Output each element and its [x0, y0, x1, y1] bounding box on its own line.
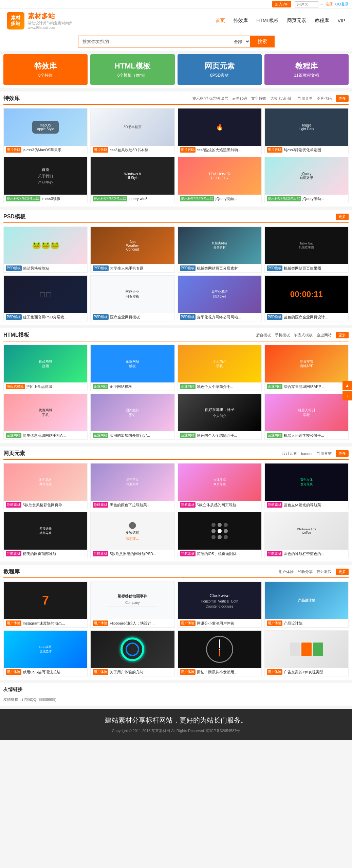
list-item[interactable]: 产品设计院 用户体验 产品设计院 — [264, 581, 349, 628]
effects-tag-3[interactable]: 文字特效 — [251, 96, 266, 101]
list-item[interactable]: 彩色风格网页导航 导航素材 5款欣赏风格彩色网页导... — [3, 463, 88, 509]
list-item[interactable]: 🔥 图片代码 css3酷炫的火焰黑黑剑动... — [178, 108, 262, 154]
web-tag-1[interactable]: 设计元素 — [282, 451, 297, 456]
list-item[interactable]: 鼠标移移动画事件 Company 用户体验 Flipboard创始人：快设计..… — [90, 581, 174, 628]
effects-tag-5[interactable]: 导航菜单 — [298, 96, 313, 101]
qq-login-link[interactable]: |QQ登录 — [334, 2, 349, 7]
list-item[interactable]: 机械类网站分层素材 PSD模板 机械类网站页页分层素材 — [178, 226, 262, 273]
list-item[interactable]: Chillwave LofiCoffee 导航素材 灰色的导航栏带蓝色的... — [264, 512, 349, 558]
effects-tag-4[interactable]: 选项卡/滚动门 — [270, 96, 294, 101]
list-item[interactable]: macOSApple Style 图片代码 js css3仿MacOS苹果系..… — [3, 108, 88, 154]
scroll-top-button[interactable]: ▲ — [342, 381, 352, 390]
login-link[interactable]: 注册 — [326, 2, 333, 7]
list-item[interactable]: 🐸🐸🐸 PSD模板 简洁风格标签站 — [3, 226, 88, 273]
tut-tag-2[interactable]: 经验分享 — [298, 569, 313, 574]
banner-effects-sub: 8个特效 — [38, 73, 53, 78]
list-item[interactable]: 企业网站模板 企业网站 企业网站模板 — [90, 345, 174, 391]
nav-vip[interactable]: VIP — [337, 18, 345, 23]
list-item[interactable]: Clockwise Horizontal Vertical Both Count… — [178, 581, 262, 628]
right-side-buttons: ▲ ↓ — [342, 381, 352, 400]
list-item[interactable]: 用户体验 回忆：腾讯从小发消用... — [178, 630, 262, 676]
list-item[interactable]: 医疗企业网页模板 PSD模板 医疗企业网页模板 — [90, 275, 174, 321]
item-badge: 提示框/浮动层/弹出层 — [6, 196, 40, 201]
search-select[interactable]: 全部 — [230, 36, 250, 47]
effects-tag-6[interactable]: 图片代码 — [317, 96, 332, 101]
list-item[interactable]: 7 用户体验 Instagram速度快的动态... — [3, 581, 88, 628]
html-tag-3[interactable]: 响应式模板 — [294, 333, 313, 338]
web-title: 网页元素 — [3, 450, 25, 457]
list-item[interactable]: AppWeatherConcept PSD模板 大学生人先手机专题 — [90, 226, 174, 273]
list-item[interactable]: jQuery动画效果 提示框/浮动层/弹出层 jQuery滚动... — [264, 157, 349, 203]
list-item[interactable]: 导航素材 简洁的iOS手机页面图标... — [178, 512, 262, 558]
list-item[interactable]: 首页 关于我们 产品中心 提示框/浮动层/弹出层 js css3镜像... — [3, 157, 88, 203]
html-tag-1[interactable]: 后台模板 — [256, 333, 271, 338]
item-label: 图片代码 css3被风吹动3D书本翻... — [91, 146, 174, 154]
list-item[interactable]: 优惠商城手机 企业网站 简单优惠商城网站手机A... — [3, 394, 88, 440]
list-item[interactable]: 国外旅行预订 企业网站 实用的出加国外旅行定... — [90, 394, 174, 440]
list-item[interactable]: ⬤ 多项选择 我想要... 导航素材 5款欣赏质感的网导航PSD... — [90, 512, 174, 558]
psd-more-btn[interactable]: 更多 — [336, 214, 349, 220]
effects-more-btn[interactable]: 更多 — [336, 95, 349, 102]
list-item[interactable]: TEM HOVEREFFECTS 提示框/浮动层/弹出层 jQuery页面... — [178, 157, 262, 203]
html-title: HTML模板 — [3, 332, 29, 339]
nav-home[interactable]: 首页 — [216, 18, 225, 24]
logo-text: 素材多站 帮助设计师节约宝贵时间库 www.98sucai.com — [28, 12, 73, 29]
web-tag-3[interactable]: 导航素材 — [317, 451, 332, 456]
banner-tutorials[interactable]: 教程库 11篇教程文档 — [264, 54, 349, 85]
main-header: 素材多站 素材多站 帮助设计师节约宝贵时间库 www.98sucai.com 首… — [0, 9, 352, 32]
web-more-btn[interactable]: 更多 — [336, 450, 349, 457]
list-item[interactable]: 立体质感网页导航 导航素材 5款立体质感的网页导航... — [178, 463, 262, 509]
effects-tag-1[interactable]: 提示框/浮动层/弹出层 — [192, 96, 228, 101]
list-item[interactable]: 综合零售商城APP 企业网站 综合零售商城网站APP... — [264, 345, 349, 391]
logo-title: 素材多站 — [28, 12, 73, 21]
list-item[interactable]: Table Nav机械效果图 PSD模板 机械类网站页页效果图 — [264, 226, 349, 273]
friend-links-content: 友情链接：(咨询QQ: 88809999) — [3, 697, 349, 702]
search-input[interactable] — [78, 36, 230, 47]
username-input[interactable] — [295, 1, 318, 7]
list-item[interactable]: 食品商城拼团 响应式模板 拼团上食品商城 — [3, 345, 88, 391]
banner-html[interactable]: HTML模板 8个模板（html） — [90, 54, 174, 85]
html-more-btn[interactable]: 更多 — [336, 332, 349, 338]
html-tag-4[interactable]: 企业网站 — [317, 333, 332, 338]
banner-webelements[interactable]: 网页元素 8PSD素材 — [178, 54, 262, 85]
html-tag-2[interactable]: 手机模板 — [275, 333, 290, 338]
effects-tag-2[interactable]: 表单代码 — [232, 96, 247, 101]
banner-effects[interactable]: 特效库 8个特效 — [3, 54, 88, 85]
vip-button[interactable]: 加入VIP — [272, 1, 291, 7]
tut-header: 教程库 用户体验 经验分享 设计教程 更多 — [3, 568, 349, 578]
list-item[interactable]: ToggleLight Dark 图片代码 纯css3筛选优化单选图... — [264, 108, 349, 154]
logo-url: www.98sucai.com — [28, 26, 73, 29]
tut-more-btn[interactable]: 更多 — [336, 569, 349, 575]
list-item[interactable]: 3D书本翻页 图片代码 css3被风吹动3D书本翻... — [90, 108, 174, 154]
list-item[interactable]: 00:00:11 PSD模板 蓝色的医疗企业网页设计... — [264, 275, 349, 321]
list-item[interactable]: 多项选择精美导航 导航素材 精美的网页顶部导航... — [3, 512, 88, 558]
item-text: jQuery滚动... — [302, 196, 324, 201]
nav-effects[interactable]: 特效库 — [234, 18, 248, 24]
list-item[interactable]: 用户体验 广告文案的7种表现类型 — [264, 630, 349, 676]
nav-html[interactable]: HTML模板 — [256, 18, 279, 24]
list-item[interactable]: 用户体验 关于用户体验的几句 — [90, 630, 174, 676]
list-item[interactable]: 黑色下拉导航菜单 导航素材 黑色的颜色下拉导航菜... — [90, 463, 174, 509]
list-item[interactable]: 蓝色立体发光导航 导航素材 蓝色立体发光的导航菜... — [264, 463, 349, 509]
list-item[interactable]: 机器人培训学校 企业网站 机器人培训学校公司手... — [264, 394, 349, 440]
item-badge: 提示框/浮动层/弹出层 — [267, 196, 301, 201]
banner-effects-title: 特效库 — [34, 61, 57, 71]
list-item[interactable]: 你好在哪里，妹子 个人简介 企业网站 黑色的个人个绍简介手... — [178, 394, 262, 440]
logo-icon[interactable]: 素材多站 — [7, 12, 24, 29]
tut-tag-3[interactable]: 设计教程 — [317, 569, 332, 574]
item-badge: 提示框/浮动层/弹出层 — [93, 196, 127, 201]
list-item[interactable]: 扁平化花卉网络公司 PSD模板 扁平化花卉网络公司网站... — [178, 275, 262, 321]
tut-tag-1[interactable]: 用户体验 — [279, 569, 294, 574]
list-item[interactable]: CSS描写语法总结 用户体验 赋用CSS描写语法总结 — [3, 630, 88, 676]
nav-webelements[interactable]: 网页元素 — [287, 18, 306, 24]
list-item[interactable]: Windows 8UI Style 提示框/浮动层/弹出层 jquery win… — [90, 157, 174, 203]
download-button[interactable]: ↓ — [342, 391, 352, 400]
search-box: 全部 搜索 — [78, 36, 275, 47]
nav-tutorials[interactable]: 教程库 — [315, 18, 329, 24]
search-button[interactable]: 搜索 — [250, 36, 275, 47]
list-item[interactable]: ◻◻ PSD模板 建工集面官网PSD分层素... — [3, 275, 88, 321]
list-item[interactable]: 个人简介手机 企业网站 黑色个人个绍简介手... — [178, 345, 262, 391]
webelements-section: 网页元素 设计元素 banner 导航素材 更多 彩色风格网页导航 导航素材 5… — [0, 447, 352, 561]
web-tag-2[interactable]: banner — [301, 452, 313, 456]
banner-html-sub: 8个模板（html） — [117, 73, 148, 78]
